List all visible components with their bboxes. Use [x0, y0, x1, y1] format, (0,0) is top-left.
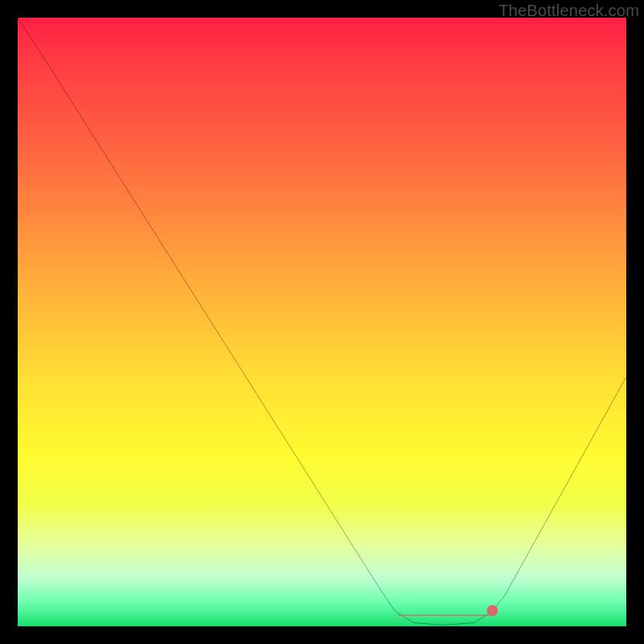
plot-area [18, 18, 626, 626]
watermark-text: TheBottleneck.com [498, 2, 639, 20]
chart-canvas: TheBottleneck.com [0, 0, 644, 644]
bottleneck-curve [18, 18, 626, 625]
min-end-dot-icon [487, 605, 498, 617]
chart-svg [18, 18, 626, 626]
